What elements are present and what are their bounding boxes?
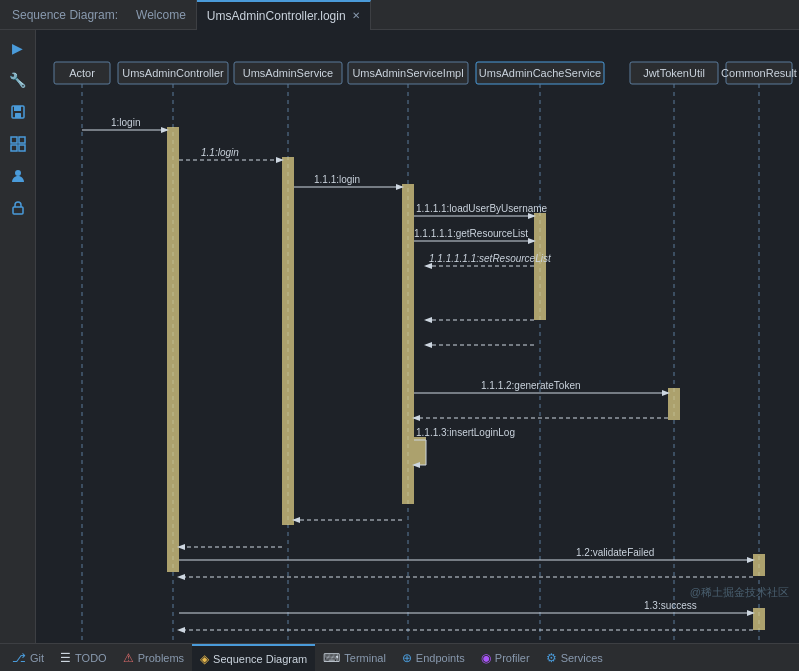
status-terminal[interactable]: ⌨ Terminal <box>315 644 394 672</box>
status-services-label: Services <box>561 652 603 664</box>
msg-1-1-login: 1.1:login <box>201 147 239 158</box>
endpoint-icon: ⊕ <box>402 651 412 665</box>
main-area: ▶ 🔧 <box>0 30 799 643</box>
status-terminal-label: Terminal <box>344 652 386 664</box>
svg-rect-29 <box>753 554 765 576</box>
status-bar: ⎇ Git ☰ TODO ⚠ Problems ◈ Sequence Diagr… <box>0 643 799 671</box>
svg-rect-26 <box>534 213 546 320</box>
msg-1-1-1-1-1-1: 1.1.1.1.1.1:setResourceList <box>429 253 552 264</box>
diagram-area[interactable]: Actor UmsAdminController UmsAdminService… <box>36 30 799 643</box>
actor-label: Actor <box>69 67 95 79</box>
serviceimpl-label: UmsAdminServiceImpl <box>352 67 463 79</box>
status-profiler[interactable]: ◉ Profiler <box>473 644 538 672</box>
layout-icon[interactable] <box>4 130 32 158</box>
play-icon[interactable]: ▶ <box>4 34 32 62</box>
svg-rect-30 <box>753 608 765 630</box>
tab-welcome-label: Welcome <box>136 8 186 22</box>
msg-1-1-1-2: 1.1.1.2:generateToken <box>481 380 581 391</box>
services-icon: ⚙ <box>546 651 557 665</box>
msg-1-1-1-login: 1.1.1:login <box>314 174 360 185</box>
todo-icon: ☰ <box>60 651 71 665</box>
msg-1-login: 1:login <box>111 117 140 128</box>
status-endpoints-label: Endpoints <box>416 652 465 664</box>
status-todo-label: TODO <box>75 652 107 664</box>
tab-welcome[interactable]: Welcome <box>126 0 197 30</box>
status-profiler-label: Profiler <box>495 652 530 664</box>
status-services[interactable]: ⚙ Services <box>538 644 611 672</box>
status-problems[interactable]: ⚠ Problems <box>115 644 192 672</box>
svg-rect-5 <box>11 145 17 151</box>
svg-rect-6 <box>19 145 25 151</box>
close-icon[interactable]: ✕ <box>352 10 360 21</box>
svg-rect-4 <box>19 137 25 143</box>
svg-rect-1 <box>14 106 21 111</box>
tab-bar: Sequence Diagram: Welcome UmsAdminContro… <box>0 0 799 30</box>
svg-point-7 <box>15 170 21 176</box>
status-sequence[interactable]: ◈ Sequence Diagram <box>192 644 315 672</box>
svg-rect-8 <box>13 207 23 214</box>
svg-rect-23 <box>167 127 179 572</box>
svg-rect-27 <box>668 388 680 420</box>
status-problems-label: Problems <box>138 652 184 664</box>
sequence-diagram: Actor UmsAdminController UmsAdminService… <box>36 30 799 630</box>
status-endpoints[interactable]: ⊕ Endpoints <box>394 644 473 672</box>
person-icon[interactable] <box>4 162 32 190</box>
status-git-label: Git <box>30 652 44 664</box>
problem-icon: ⚠ <box>123 651 134 665</box>
status-sequence-label: Sequence Diagram <box>213 653 307 665</box>
wrench-icon[interactable]: 🔧 <box>4 66 32 94</box>
svg-rect-28 <box>414 437 426 465</box>
lock-icon[interactable] <box>4 194 32 222</box>
service-label: UmsAdminService <box>243 67 333 79</box>
status-todo[interactable]: ☰ TODO <box>52 644 115 672</box>
sidebar: ▶ 🔧 <box>0 30 36 643</box>
cacheservice-label: UmsAdminCacheService <box>479 67 601 79</box>
svg-rect-25 <box>402 184 414 504</box>
git-icon: ⎇ <box>12 651 26 665</box>
msg-1-1-1-3: 1.1.1.3:insertLoginLog <box>416 427 515 438</box>
msg-1-1-1-1: 1.1.1.1:loadUserByUsername <box>416 203 548 214</box>
msg-1-3: 1.3:success <box>644 600 697 611</box>
save-icon[interactable] <box>4 98 32 126</box>
svg-rect-3 <box>11 137 17 143</box>
tab-umsadmin-login-label: UmsAdminController.login <box>207 9 346 23</box>
sequence-icon: ◈ <box>200 652 209 666</box>
jwt-label: JwtTokenUtil <box>643 67 705 79</box>
tab-section-label: Sequence Diagram: <box>4 8 126 22</box>
tab-umsadmin-login[interactable]: UmsAdminController.login ✕ <box>197 0 371 30</box>
msg-1-1-1-1-1: 1.1.1.1.1:getResourceList <box>414 228 528 239</box>
profiler-icon: ◉ <box>481 651 491 665</box>
commonresult-label: CommonResult <box>721 67 797 79</box>
status-git[interactable]: ⎇ Git <box>4 644 52 672</box>
diagram-svg: Actor UmsAdminController UmsAdminService… <box>36 30 799 643</box>
svg-rect-2 <box>15 113 21 118</box>
terminal-icon: ⌨ <box>323 651 340 665</box>
svg-rect-24 <box>282 157 294 525</box>
msg-1-2: 1.2:validateFailed <box>576 547 654 558</box>
controller-label: UmsAdminController <box>122 67 224 79</box>
